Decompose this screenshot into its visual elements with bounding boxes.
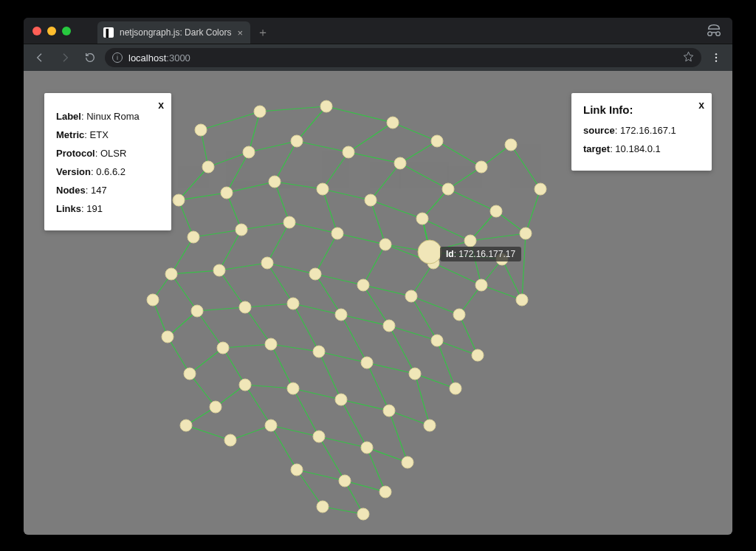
menu-button[interactable] xyxy=(706,47,726,68)
graph-node[interactable] xyxy=(409,368,421,380)
graph-node[interactable] xyxy=(343,146,354,158)
graph-edge[interactable] xyxy=(348,123,393,152)
graph-edge[interactable] xyxy=(171,270,219,274)
graph-edge[interactable] xyxy=(293,389,319,437)
graph-edge[interactable] xyxy=(511,145,540,189)
graph-node[interactable] xyxy=(180,420,192,431)
graph-node[interactable] xyxy=(147,294,159,306)
graph-edge[interactable] xyxy=(400,163,448,189)
graph-node[interactable] xyxy=(265,338,277,350)
graph-node[interactable] xyxy=(357,279,369,291)
graph-edge[interactable] xyxy=(367,448,408,462)
graph-node[interactable] xyxy=(431,335,443,346)
graph-node[interactable] xyxy=(320,100,332,112)
graph-node[interactable] xyxy=(339,475,351,487)
graph-edge[interactable] xyxy=(219,230,241,270)
graph-node[interactable] xyxy=(453,309,465,321)
graph-edge[interactable] xyxy=(275,182,323,189)
graph-edge[interactable] xyxy=(223,344,271,348)
graph-edge[interactable] xyxy=(411,296,459,315)
graph-edge[interactable] xyxy=(297,106,326,141)
graph-edge[interactable] xyxy=(363,285,389,326)
graph-node[interactable] xyxy=(357,508,369,520)
graph-node[interactable] xyxy=(331,227,343,239)
graph-edge[interactable] xyxy=(341,400,367,448)
graph-edge[interactable] xyxy=(249,141,297,152)
graph-node[interactable] xyxy=(424,420,436,431)
graph-edge[interactable] xyxy=(341,315,367,363)
graph-edge[interactable] xyxy=(168,337,190,374)
graph-edge[interactable] xyxy=(245,307,271,344)
graph-node[interactable] xyxy=(224,434,236,446)
graph-node[interactable] xyxy=(210,401,221,413)
graph-node[interactable] xyxy=(335,394,347,405)
graph-node[interactable] xyxy=(431,135,443,147)
graph-node[interactable] xyxy=(516,294,528,306)
graph-edge[interactable] xyxy=(190,374,216,407)
graph-edge[interactable] xyxy=(297,470,323,507)
graph-node[interactable] xyxy=(505,139,517,151)
site-info-icon[interactable]: i xyxy=(112,52,123,63)
graph-edge[interactable] xyxy=(293,304,319,352)
graph-node[interactable] xyxy=(520,227,532,239)
graph-edge[interactable] xyxy=(219,263,267,270)
close-tab-button[interactable]: × xyxy=(237,28,243,38)
graph-node[interactable] xyxy=(236,224,247,236)
graph-node[interactable] xyxy=(191,305,203,317)
graph-edge[interactable] xyxy=(319,352,367,363)
graph-node[interactable] xyxy=(394,157,406,169)
graph-edge[interactable] xyxy=(326,106,393,123)
graph-edge[interactable] xyxy=(271,344,319,352)
graph-node[interactable] xyxy=(313,346,325,357)
graph-node[interactable] xyxy=(313,431,325,442)
graph-node[interactable] xyxy=(418,240,441,264)
graph-node[interactable] xyxy=(188,231,199,243)
graph-edge[interactable] xyxy=(267,222,289,263)
graph-edge[interactable] xyxy=(341,315,389,326)
graph-node[interactable] xyxy=(261,257,273,269)
graph-node[interactable] xyxy=(361,357,373,369)
graph-edge[interactable] xyxy=(371,163,400,200)
graph-node[interactable] xyxy=(442,183,454,195)
graph-edge[interactable] xyxy=(433,263,481,285)
graph-edge[interactable] xyxy=(171,237,193,274)
graph-edge[interactable] xyxy=(293,304,341,315)
graph-node[interactable] xyxy=(309,268,321,280)
graph-node[interactable] xyxy=(475,279,487,291)
graph-node[interactable] xyxy=(184,368,196,380)
graph-node[interactable] xyxy=(291,464,303,476)
graph-edge[interactable] xyxy=(415,374,456,389)
graph-node[interactable] xyxy=(317,183,329,195)
bookmark-star-icon[interactable] xyxy=(683,51,694,64)
graph-edge[interactable] xyxy=(341,400,389,411)
graph-node[interactable] xyxy=(450,383,461,394)
graph-edge[interactable] xyxy=(186,425,230,440)
graph-node[interactable] xyxy=(165,268,177,280)
graph-node[interactable] xyxy=(405,290,417,302)
graph-edge[interactable] xyxy=(179,193,227,200)
graph-edge[interactable] xyxy=(470,241,481,285)
graph-edge[interactable] xyxy=(201,112,260,130)
graph-node[interactable] xyxy=(475,161,487,173)
graph-edge[interactable] xyxy=(315,274,363,285)
graph-node[interactable] xyxy=(287,298,299,309)
graph-node[interactable] xyxy=(335,309,347,321)
back-button[interactable] xyxy=(30,47,50,68)
graph-edge[interactable] xyxy=(197,307,245,311)
minimize-window-button[interactable] xyxy=(47,27,56,35)
address-bar[interactable]: i localhost:3000 xyxy=(105,48,701,67)
graph-node[interactable] xyxy=(221,187,233,199)
graph-edge[interactable] xyxy=(363,244,385,285)
reload-button[interactable] xyxy=(80,47,100,68)
graph-edge[interactable] xyxy=(323,189,337,233)
graph-node[interactable] xyxy=(291,135,303,147)
graph-edge[interactable] xyxy=(267,263,315,274)
graph-node[interactable] xyxy=(402,456,413,468)
zoom-window-button[interactable] xyxy=(62,27,71,35)
graph-edge[interactable] xyxy=(319,352,341,400)
graph-edge[interactable] xyxy=(422,219,470,241)
graph-edge[interactable] xyxy=(367,363,415,374)
graph-edge[interactable] xyxy=(363,285,411,296)
graph-edge[interactable] xyxy=(323,189,371,200)
graph-edge[interactable] xyxy=(319,437,367,448)
